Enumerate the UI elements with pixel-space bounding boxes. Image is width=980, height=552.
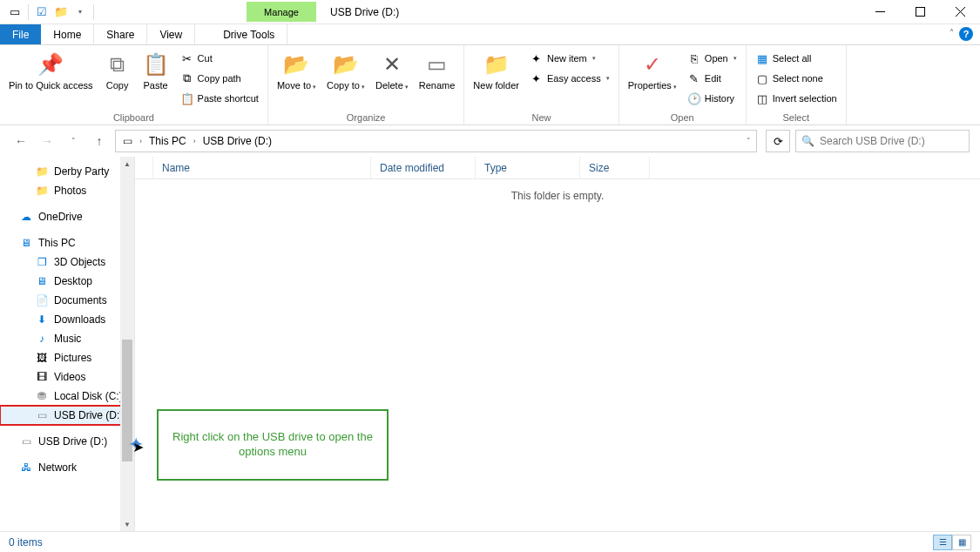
music-icon: ♪ <box>35 333 49 345</box>
window-title: USB Drive (D:) <box>330 6 399 18</box>
invert-icon: ◫ <box>755 92 769 105</box>
folder-icon: 📁 <box>35 185 49 197</box>
col-type[interactable]: Type <box>476 157 580 178</box>
scroll-down-icon[interactable]: ▼ <box>120 517 134 531</box>
tab-home[interactable]: Home <box>41 24 94 44</box>
refresh-button[interactable]: ⟳ <box>766 130 790 152</box>
group-label: Open <box>625 112 740 125</box>
label: Copy path <box>198 73 241 84</box>
checkbox-icon[interactable]: ☑ <box>34 4 50 20</box>
label: Desktop <box>54 275 92 287</box>
search-placeholder: Search USB Drive (D:) <box>820 135 925 147</box>
chevron-right-icon[interactable]: › <box>138 137 144 145</box>
edit-button[interactable]: ✎Edit <box>684 69 740 88</box>
history-button[interactable]: 🕑History <box>684 89 740 108</box>
easy-access-button[interactable]: ✦Easy access▾ <box>526 69 613 88</box>
copy-to-button[interactable]: 📂Copy to▾ <box>323 49 368 92</box>
cloud-icon: ☁ <box>19 211 33 223</box>
delete-button[interactable]: ✕Delete▾ <box>372 49 412 92</box>
tree-item-3dobjects[interactable]: ❒3D Objects <box>0 252 134 272</box>
tree-item-photos[interactable]: 📁Photos <box>0 181 134 200</box>
tree-item-music[interactable]: ♪Music <box>0 329 134 348</box>
tree-item-downloads[interactable]: ⬇Downloads <box>0 310 134 329</box>
select-none-button[interactable]: ▢Select none <box>752 69 841 88</box>
col-date[interactable]: Date modified <box>371 157 476 178</box>
instruction-callout: Right click on the USB drive to open the… <box>157 409 389 481</box>
label: Paste <box>144 80 168 91</box>
address-bar[interactable]: ▭ › This PC › USB Drive (D:) ˅ <box>115 130 757 152</box>
maximize-button[interactable] <box>900 0 940 24</box>
search-input[interactable]: 🔍 Search USB Drive (D:) <box>795 130 970 152</box>
close-button[interactable] <box>940 0 980 24</box>
col-size[interactable]: Size <box>580 157 650 178</box>
path-icon: ⧉ <box>180 71 194 85</box>
minimize-button[interactable] <box>860 0 900 24</box>
forward-button[interactable]: → <box>37 131 57 151</box>
recent-dropdown[interactable]: ˅ <box>63 131 84 151</box>
copy-button[interactable]: ⧉ Copy <box>100 49 135 92</box>
address-dropdown-icon[interactable]: ˅ <box>745 137 753 145</box>
paste-button[interactable]: 📋 Paste <box>139 49 173 92</box>
tree-item-thispc[interactable]: 🖥This PC <box>0 233 134 252</box>
usb-icon: ▭ <box>19 435 33 448</box>
tab-drivetools[interactable]: Drive Tools <box>211 24 287 44</box>
folder-icon[interactable]: 📁 <box>53 4 69 20</box>
new-folder-button[interactable]: 📁New folder <box>470 49 523 92</box>
dropdown-icon[interactable]: ▾ <box>72 4 88 20</box>
document-icon: 📄 <box>35 294 49 306</box>
help-icon[interactable]: ? <box>959 27 973 41</box>
col-name[interactable]: Name <box>153 157 371 178</box>
scroll-up-icon[interactable]: ▲ <box>120 157 134 171</box>
properties-button[interactable]: ✓Properties▾ <box>625 49 680 92</box>
tab-file[interactable]: File <box>0 24 41 44</box>
collapse-ribbon-icon[interactable]: ˄ <box>950 28 954 37</box>
tab-view[interactable]: View <box>147 24 195 44</box>
ribbon-group-open: ✓Properties▾ ⎘Open▾ ✎Edit 🕑History Open <box>619 45 747 125</box>
label: Pin to Quick access <box>9 80 93 91</box>
tree-item-usbdrive[interactable]: ▭USB Drive (D:) <box>0 406 134 425</box>
search-icon: 🔍 <box>801 135 814 147</box>
select-all-button[interactable]: ▦Select all <box>752 49 841 68</box>
cut-button[interactable]: ✂Cut <box>177 49 262 68</box>
move-to-button[interactable]: 📂Move to▾ <box>274 49 320 92</box>
tree-item-localdisk[interactable]: ⛃Local Disk (C:) <box>0 387 134 406</box>
breadcrumb-thispc[interactable]: This PC <box>145 135 190 147</box>
selectnone-icon: ▢ <box>755 72 769 85</box>
breadcrumb-drive[interactable]: USB Drive (D:) <box>199 135 275 147</box>
copy-path-button[interactable]: ⧉Copy path <box>177 69 262 88</box>
tree-scrollbar[interactable]: ▲ ▼ <box>120 157 134 531</box>
label: USB Drive (D:) <box>54 409 123 421</box>
open-button[interactable]: ⎘Open▾ <box>684 49 740 68</box>
pin-quick-access-button[interactable]: 📌 Pin to Quick access <box>5 49 97 92</box>
label: History <box>705 93 734 104</box>
invert-selection-button[interactable]: ◫Invert selection <box>752 89 841 108</box>
ribbon-group-organize: 📂Move to▾ 📂Copy to▾ ✕Delete▾ ▭Rename Org… <box>268 45 464 125</box>
properties-icon: ✓ <box>644 50 661 78</box>
rename-button[interactable]: ▭Rename <box>416 49 459 92</box>
manage-context-tab[interactable]: Manage <box>247 2 316 22</box>
tree-item-desktop[interactable]: 🖥Desktop <box>0 272 134 291</box>
up-button[interactable]: ↑ <box>89 131 110 151</box>
edit-icon: ✎ <box>687 72 701 85</box>
icons-view-button[interactable]: ▦ <box>952 535 971 550</box>
ribbon-group-clipboard: 📌 Pin to Quick access ⧉ Copy 📋 Paste ✂Cu… <box>0 45 268 125</box>
tree-item-derby[interactable]: 📁Derby Party <box>0 162 134 181</box>
label: Derby Party <box>54 165 109 178</box>
tree-item-onedrive[interactable]: ☁OneDrive <box>0 207 134 226</box>
empty-folder-message: This folder is empty. <box>135 179 980 202</box>
details-view-button[interactable]: ☰ <box>933 535 952 550</box>
new-item-button[interactable]: ✦New item▾ <box>526 49 613 68</box>
tab-share[interactable]: Share <box>94 24 147 44</box>
paste-shortcut-button[interactable]: 📋Paste shortcut <box>177 89 262 108</box>
selectall-icon: ▦ <box>755 52 769 65</box>
item-count: 0 items <box>9 536 43 549</box>
tree-item-network[interactable]: 🖧Network <box>0 458 134 477</box>
tree-item-pictures[interactable]: 🖼Pictures <box>0 348 134 367</box>
column-headers: Name Date modified Type Size <box>135 157 980 179</box>
pictures-icon: 🖼 <box>35 352 49 364</box>
tree-item-documents[interactable]: 📄Documents <box>0 291 134 310</box>
back-button[interactable]: ← <box>10 131 31 151</box>
tree-item-usbdrive-root[interactable]: ▭USB Drive (D:) <box>0 432 134 451</box>
tree-item-videos[interactable]: 🎞Videos <box>0 367 134 387</box>
chevron-right-icon[interactable]: › <box>192 137 198 145</box>
